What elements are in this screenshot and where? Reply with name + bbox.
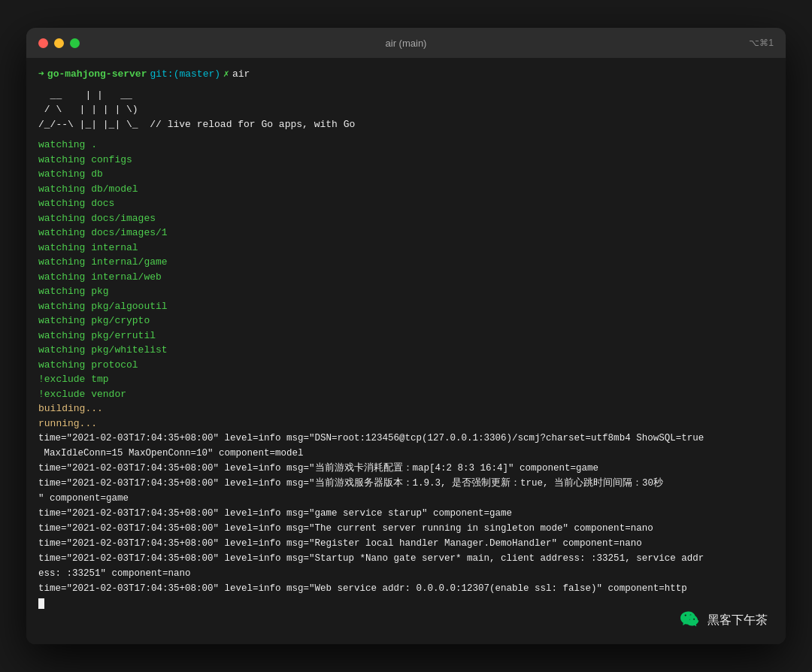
cursor-line <box>38 596 774 611</box>
watch-line-2: watching configs <box>38 153 774 168</box>
log-line-1: time="2021-02-03T17:04:35+08:00" level=i… <box>38 431 774 461</box>
window-shortcut: ⌥⌘1 <box>749 38 774 48</box>
traffic-lights <box>38 38 80 48</box>
watch-line-9: watching internal/game <box>38 255 774 270</box>
prompt-line: ➜ go-mahjong-server git:(master) ✗ air <box>38 67 774 82</box>
watch-line-7: watching docs/images/1 <box>38 226 774 241</box>
log-line-3: time="2021-02-03T17:04:35+08:00" level=i… <box>38 476 774 506</box>
log-line-2: time="2021-02-03T17:04:35+08:00" level=i… <box>38 461 774 476</box>
watch-line-3: watching db <box>38 167 774 182</box>
log-line-7: time="2021-02-03T17:04:35+08:00" level=i… <box>38 551 774 581</box>
watch-line-12: watching pkg/algooutil <box>38 299 774 314</box>
titlebar: air (main) ⌥⌘1 <box>26 28 786 58</box>
prompt-git: git:(master) <box>150 67 220 82</box>
ascii-art-logo: __ | | __ / \ | | | | \) /_/--\ |_| |_| … <box>38 88 774 132</box>
running-line: running... <box>38 416 774 431</box>
prompt-directory: go-mahjong-server <box>47 67 147 82</box>
app-container: air (main) ⌥⌘1 ➜ go-mahjong-server git:(… <box>26 28 786 644</box>
prompt-arrow: ➜ <box>38 67 44 82</box>
close-button[interactable] <box>38 38 48 48</box>
watch-line-11: watching pkg <box>38 284 774 299</box>
watermark: 黑客下午茶 <box>680 610 768 631</box>
watermark-text: 黑客下午茶 <box>707 613 768 628</box>
terminal-cursor <box>38 598 44 609</box>
log-line-6: time="2021-02-03T17:04:35+08:00" level=i… <box>38 536 774 551</box>
watch-line-1: watching . <box>38 138 774 153</box>
log-line-4: time="2021-02-03T17:04:35+08:00" level=i… <box>38 506 774 521</box>
wechat-icon <box>680 610 701 631</box>
watch-line-6: watching docs/images <box>38 211 774 226</box>
exclude-line-2: !exclude vendor <box>38 387 774 402</box>
building-line: building... <box>38 401 774 416</box>
prompt-command: air <box>232 67 250 82</box>
terminal-window: air (main) ⌥⌘1 ➜ go-mahjong-server git:(… <box>26 28 786 644</box>
log-line-8: time="2021-02-03T17:04:35+08:00" level=i… <box>38 581 774 596</box>
terminal-body[interactable]: ➜ go-mahjong-server git:(master) ✗ air _… <box>26 58 786 644</box>
log-line-5: time="2021-02-03T17:04:35+08:00" level=i… <box>38 521 774 536</box>
watching-lines: watching . watching configs watching db … <box>38 138 774 431</box>
watch-line-5: watching docs <box>38 196 774 211</box>
watch-line-13: watching pkg/crypto <box>38 313 774 328</box>
watch-line-14: watching pkg/errutil <box>38 328 774 344</box>
prompt-x: ✗ <box>223 67 229 82</box>
watch-line-4: watching db/model <box>38 182 774 197</box>
log-lines: time="2021-02-03T17:04:35+08:00" level=i… <box>38 431 774 596</box>
watch-line-8: watching internal <box>38 241 774 256</box>
exclude-line-1: !exclude tmp <box>38 372 774 387</box>
window-title: air (main) <box>386 38 427 49</box>
maximize-button[interactable] <box>70 38 80 48</box>
watch-line-16: watching protocol <box>38 358 774 373</box>
minimize-button[interactable] <box>54 38 64 48</box>
watch-line-15: watching pkg/whitelist <box>38 343 774 358</box>
watch-line-10: watching internal/web <box>38 270 774 285</box>
